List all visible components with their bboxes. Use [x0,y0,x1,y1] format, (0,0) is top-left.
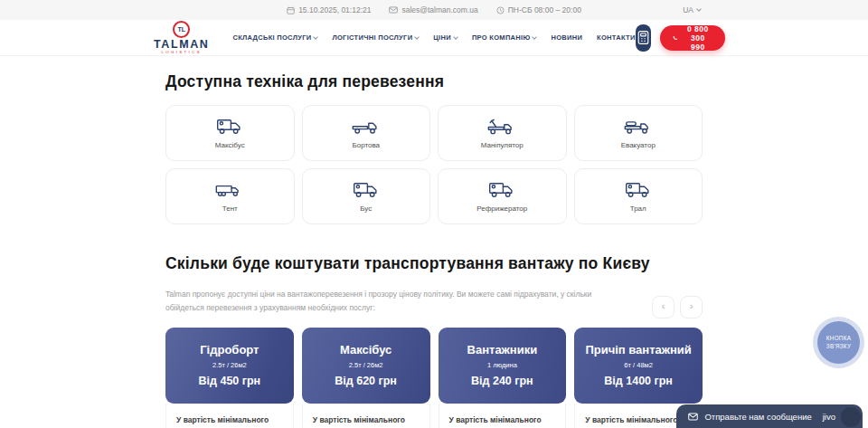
price-card-price: Від 1400 грн [604,375,673,387]
nav-item-news[interactable]: НОВИНИ [551,33,582,42]
phone-button[interactable]: 0 800 300 990 [660,25,725,51]
equipment-card-maxibus[interactable]: Максібус [165,105,295,161]
price-card-title: Вантажники [467,343,538,357]
price-card-spec: 2.5т / 26м2 [212,361,247,369]
top-info-bar: 15.10.2025, 01:12:21 sales@talman.com.ua… [0,0,868,20]
nav-item-prices[interactable]: ЦІНИ [433,33,458,42]
language-selector[interactable]: UA [667,0,701,20]
equipment-label: Бортова [352,141,380,149]
chat-message-text: Отправьте нам сообщение [704,412,811,422]
phone-icon [673,33,677,43]
equipment-card-crane[interactable]: Маніпулятор [438,105,567,161]
equipment-card-flatbed[interactable]: Бортова [302,105,431,161]
jivo-logo: jivo [823,412,835,422]
carousel-controls: ‹ › [652,296,703,319]
price-card-image: Вантажники 1 людина Від 240 грн [439,328,567,404]
nav-item-contacts[interactable]: КОНТАКТИ [597,33,636,42]
carousel-next-button[interactable]: › [680,296,703,319]
datetime-text: 15.10.2025, 01:12:21 [298,5,371,14]
equipment-card-refrigerator[interactable]: Рефрижератор [438,168,567,224]
equipment-label: Максібус [215,141,245,149]
clock-icon [496,6,505,14]
equipment-card-bus[interactable]: Бус [302,168,431,224]
price-card-title: Гідроборт [200,343,259,357]
nav-item-label: НОВИНИ [551,33,582,42]
price-card-spec: 6т / 48м2 [624,361,653,369]
nav-item-about-company[interactable]: ПРО КОМПАНІЮ [472,33,537,42]
price-card-hydroboard: Гідроборт 2.5т / 26м2 Від 450 грн У варт… [165,328,294,428]
crane-truck-icon [486,118,517,137]
price-card-price: Від 240 грн [471,375,533,387]
carousel-prev-button[interactable]: ‹ [652,296,675,319]
price-card-spec: 1 людина [487,361,517,369]
nav-item-label: ЦІНИ [433,33,451,42]
tent-truck-icon [214,181,245,200]
nav-item-label: КОНТАКТИ [597,33,636,42]
box-truck-icon [486,181,517,200]
logo-monogram-icon: TL [173,21,190,38]
price-card-note: У вартість мінімального замовлення за 45… [302,404,430,428]
equipment-label: Бус [360,204,372,213]
hours-display: ПН-СБ 08:00 – 20:00 [496,5,581,14]
box-truck-icon [214,118,245,137]
brand-name: TALMAN [154,39,209,51]
calculator-button[interactable] [636,24,651,52]
brand-subtitle: LOGISTICS [161,51,202,54]
equipment-label: Рефрижератор [476,204,527,213]
price-card-note: У вартість мінімального замовлення за 45… [165,404,294,428]
nav-actions: 0 800 300 990 [636,24,726,52]
nav-item-label: ПРО КОМПАНІЮ [472,33,531,42]
box-truck-icon [351,181,382,200]
pricing-cards: Гідроборт 2.5т / 26м2 Від 450 грн У варт… [165,328,703,428]
page: 15.10.2025, 01:12:21 sales@talman.com.ua… [0,0,868,428]
equipment-card-evacuator[interactable]: Евакуатор [574,105,703,161]
equipment-label: Тент [222,204,238,213]
chevron-down-icon [415,34,420,40]
equipment-section-title: Доступна техніка для перевезення [165,72,703,91]
chevron-left-icon: ‹ [662,301,665,311]
flatbed-truck-icon [351,118,382,137]
price-card-spec: 2.5т / 26м2 [349,361,383,369]
chevron-down-icon [533,34,538,40]
price-card-maxibus: Максібус 2.5т / 26м2 Від 620 грн У варті… [302,328,430,428]
nav-menu: СКЛАДСЬКІ ПОСЛУГИ ЛОГІСТИЧНІ ПОСЛУГИ ЦІН… [232,33,635,42]
email-display: sales@talman.com.ua [389,5,477,14]
brand-logo[interactable]: TL TALMAN LOGISTICS [154,21,209,55]
ua-flag-icon [667,6,679,14]
tow-truck-icon [623,118,654,137]
nav-item-label: СКЛАДСЬКІ ПОСЛУГИ [232,33,311,42]
price-card-image: Максібус 2.5т / 26м2 Від 620 грн [302,328,430,404]
datetime-display: 15.10.2025, 01:12:21 [287,5,371,14]
email-text: sales@talman.com.ua [401,5,477,14]
chevron-right-icon: › [690,301,693,311]
mail-icon [389,6,398,14]
equipment-label: Трал [630,204,646,213]
pricing-description: Talman пропонує доступні ціни на вантажо… [165,288,610,315]
calendar-icon [287,6,295,14]
pricing-section: Скільки буде коштувати транспортування в… [165,254,703,428]
nav-item-logistics-services[interactable]: ЛОГІСТИЧНІ ПОСЛУГИ [332,33,419,42]
equipment-label: Маніпулятор [481,141,524,149]
chevron-down-icon [696,6,702,12]
pricing-section-title: Скільки буде коштувати транспортування в… [165,254,703,273]
price-card-loaders: Вантажники 1 людина Від 240 грн У вартіс… [439,328,567,428]
equipment-card-tral[interactable]: Трал [574,168,703,224]
equipment-grid: Максібус Бортова Маніпулятор Евакуатор Т… [165,105,703,224]
nav-item-label: ЛОГІСТИЧНІ ПОСЛУГИ [332,33,412,42]
nav-item-warehouse-services[interactable]: СКЛАДСЬКІ ПОСЛУГИ [232,33,317,42]
equipment-label: Евакуатор [621,141,656,149]
envelope-icon [688,413,698,421]
box-truck-icon [623,181,654,200]
chat-widget[interactable]: Отправьте нам сообщение jivo [676,404,863,428]
equipment-card-tent[interactable]: Тент [165,168,295,224]
contact-bubble-button[interactable]: КНОПКА ЗВ'ЯЗКУ [817,321,860,364]
price-card-price: Від 450 грн [199,375,261,387]
main-navigation: TL TALMAN LOGISTICS СКЛАДСЬКІ ПОСЛУГИ ЛО… [0,20,868,56]
chevron-down-icon [453,34,458,40]
price-card-title: Причіп вантажний [585,343,691,357]
phone-number: 0 800 300 990 [683,24,712,52]
calculator-icon [637,30,649,45]
price-card-title: Максібус [340,343,392,357]
language-label: UA [683,5,693,14]
price-card-price: Від 620 грн [335,375,397,387]
